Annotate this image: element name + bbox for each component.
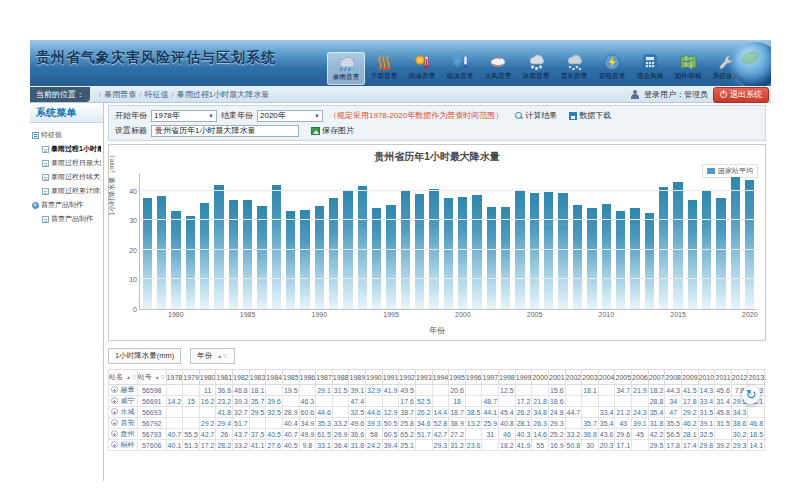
value-cell: 32.7: [233, 407, 250, 418]
expand-row-icon[interactable]: [111, 441, 118, 448]
start-year-label: 开始年份: [115, 110, 147, 121]
calc-result-button[interactable]: 计算结果: [515, 110, 557, 121]
y-axis-label: 1小时降水量（mm）: [107, 151, 117, 216]
toolbar-item-drought[interactable]: 干旱普查: [365, 52, 403, 85]
year-col-header[interactable]: 1996: [465, 370, 482, 385]
sync-refresh-button[interactable]: ↻: [742, 386, 760, 404]
year-col-header[interactable]: 1990: [366, 370, 383, 385]
year-col-header[interactable]: 1993: [415, 370, 432, 385]
year-col-header[interactable]: 2003: [582, 370, 599, 385]
toolbar-item-map[interactable]: 图件审核: [669, 52, 707, 85]
toolbar-item-lightning[interactable]: 雷电普查: [593, 52, 631, 85]
power-icon: [720, 91, 727, 98]
year-col-header[interactable]: 1987: [316, 370, 333, 385]
expand-row-icon[interactable]: [111, 408, 118, 415]
expand-row-icon[interactable]: [111, 419, 118, 426]
value-cell: 27.6: [266, 440, 283, 451]
year-col-header[interactable]: 1985: [282, 370, 299, 385]
station-header[interactable]: 站名▲▽: [109, 370, 138, 385]
year-col-header[interactable]: 1982: [233, 370, 250, 385]
end-year-select[interactable]: 2020年 ▼: [257, 110, 323, 122]
year-col-header[interactable]: 2008: [665, 370, 682, 385]
chart-title-input[interactable]: [151, 125, 299, 137]
toolbar-item-hail[interactable]: 冰雹普查: [517, 52, 555, 85]
year-col-header[interactable]: 2000: [532, 370, 549, 385]
year-col-header[interactable]: 2004: [598, 370, 615, 385]
year-col-header[interactable]: 1995: [449, 370, 466, 385]
metric-tab[interactable]: 1小时降水量(mm): [108, 348, 181, 364]
value-cell: 14.6: [532, 429, 549, 440]
year-col-header[interactable]: 1999: [515, 370, 532, 385]
breadcrumb-separator: /: [99, 90, 101, 99]
value-cell: 18.2: [499, 440, 516, 451]
toolbar-item-wind[interactable]: 大风普查: [479, 52, 517, 85]
year-col-header[interactable]: 1980: [199, 370, 216, 385]
expand-row-icon[interactable]: [111, 397, 118, 404]
toolbar-item-risk[interactable]: 综合风险: [631, 52, 669, 85]
year-col-header[interactable]: 1989: [349, 370, 366, 385]
data-download-button[interactable]: 数据下载: [569, 110, 611, 121]
year-col-header[interactable]: 2002: [565, 370, 582, 385]
document-icon: [42, 146, 49, 153]
table-row: 赫章565981136.646.818.119.529.131.539.132.…: [109, 385, 767, 396]
year-col-header[interactable]: 2007: [648, 370, 665, 385]
value-cell: 17.8: [681, 396, 698, 407]
expand-row-icon[interactable]: [111, 386, 118, 393]
breadcrumb-item[interactable]: 暴雨过程1小时最大降水量: [177, 90, 269, 99]
sidebar-node[interactable]: 特征值: [32, 128, 101, 142]
range-note: （规定采用1978-2020年数据作为普查时间范围）: [329, 110, 503, 121]
breadcrumb-item[interactable]: 特征值: [144, 90, 168, 99]
year-col-header[interactable]: 2009: [681, 370, 698, 385]
sidebar-item[interactable]: 暴雨过程1小时最大降水量: [32, 142, 101, 156]
year-col-header[interactable]: 1994: [432, 370, 449, 385]
value-cell: 33.2: [332, 418, 349, 429]
year-col-header[interactable]: 1998: [499, 370, 516, 385]
value-cell: 41.1: [249, 440, 266, 451]
value-cell: 18.1: [582, 385, 599, 396]
x-tick-label: 1980: [168, 311, 184, 318]
value-cell: [332, 396, 349, 407]
chart-title: 贵州省历年1小时最大降水量: [109, 150, 765, 164]
table-row: 普安5679229.229.451.740.434.935.333.249.63…: [109, 418, 767, 429]
toolbar-item-snow[interactable]: 雪灾普查: [555, 52, 593, 85]
year-col-header[interactable]: 1981: [216, 370, 233, 385]
year-col-header[interactable]: 2013: [748, 370, 765, 385]
year-col-header[interactable]: 2005: [615, 370, 632, 385]
year-sort-control[interactable]: 年份 ▲▽: [190, 348, 235, 364]
year-col-header[interactable]: 2010: [698, 370, 715, 385]
year-col-header[interactable]: 1986: [299, 370, 316, 385]
start-year-select[interactable]: 1978年 ▼: [151, 110, 217, 122]
sidebar-item[interactable]: 暴雨过程日最大降水量: [32, 156, 101, 170]
value-cell: 9.8: [299, 440, 316, 451]
sidebar-item[interactable]: 暴雨过程累计降水量: [32, 184, 101, 198]
sidebar-item[interactable]: 暴雨过程持续天数: [32, 170, 101, 184]
year-col-header[interactable]: 1984: [266, 370, 283, 385]
year-col-header[interactable]: 1997: [482, 370, 499, 385]
bar-1978: [143, 198, 152, 309]
year-col-header[interactable]: 1988: [332, 370, 349, 385]
year-col-header[interactable]: 1991: [382, 370, 399, 385]
year-col-header[interactable]: 1979: [183, 370, 200, 385]
year-col-header[interactable]: 2014: [765, 370, 766, 385]
toolbar-item-heat[interactable]: 高温普查: [403, 52, 441, 85]
sidebar: 系统菜单 特征值暴雨过程1小时最大降水量暴雨过程日最大降水量暴雨过程持续天数暴雨…: [30, 103, 104, 481]
year-col-header[interactable]: 2001: [548, 370, 565, 385]
breadcrumb-item[interactable]: 暴雨普查: [104, 90, 136, 99]
y-tick-label: 0: [133, 306, 137, 313]
year-col-header[interactable]: 1992: [399, 370, 416, 385]
logout-button[interactable]: 退出系统: [713, 87, 769, 103]
table-filter-row: 1小时降水量(mm) 年份 ▲▽: [108, 348, 766, 364]
station-id-header[interactable]: 站号▲▽: [137, 370, 166, 385]
toolbar-item-lowtemp[interactable]: 低温普查: [441, 52, 479, 85]
sidebar-node[interactable]: 普查产品制作: [32, 198, 101, 212]
year-col-header[interactable]: 1983: [249, 370, 266, 385]
year-col-header[interactable]: 2011: [715, 370, 732, 385]
year-col-header[interactable]: 1978: [166, 370, 183, 385]
year-col-header[interactable]: 2012: [731, 370, 748, 385]
sidebar-item[interactable]: 普查产品制作: [32, 212, 101, 226]
save-image-button[interactable]: 保存图片: [311, 125, 354, 136]
year-col-header[interactable]: 2006: [632, 370, 649, 385]
toolbar-item-rainstorm[interactable]: 暴雨普查: [327, 52, 365, 85]
expand-row-icon[interactable]: [111, 430, 118, 437]
value-cell: 55: [532, 440, 549, 451]
